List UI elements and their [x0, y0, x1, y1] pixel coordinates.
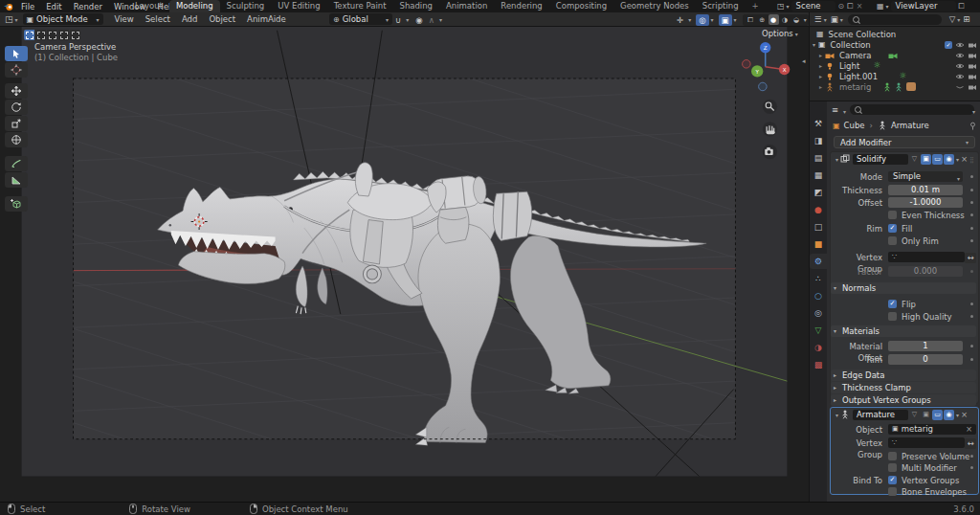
- extras-chevron[interactable]: ▾: [956, 156, 959, 163]
- action-icon[interactable]: [906, 82, 916, 91]
- menu-view[interactable]: View: [109, 14, 140, 24]
- normals-section-header[interactable]: ▾Normals: [831, 282, 976, 294]
- tab-object-data[interactable]: ▽: [810, 323, 827, 338]
- outliner-row-light[interactable]: ▸ Light ☼: [810, 60, 980, 71]
- select-set-icon[interactable]: [24, 30, 34, 40]
- pin-icon[interactable]: ⊙: [838, 2, 845, 11]
- tab-shading[interactable]: Shading: [392, 0, 439, 12]
- snap-magnet-icon[interactable]: ∪: [392, 14, 404, 26]
- viewport-canvas[interactable]: Z X Y: [0, 27, 809, 502]
- vertex-group-field[interactable]: ∵: [888, 252, 965, 262]
- light-data-icon[interactable]: ☼: [873, 61, 880, 70]
- sidebar-toggle-icon[interactable]: ◂: [802, 57, 806, 65]
- on-cage-toggle-icon[interactable]: ▽: [909, 154, 920, 165]
- modifier-name-field[interactable]: Solidify: [853, 154, 908, 165]
- outliner-filter-icon[interactable]: ▽: [949, 14, 956, 24]
- select-subtract-icon[interactable]: [47, 30, 57, 40]
- disclosure-icon[interactable]: ▸: [819, 83, 822, 90]
- vertex-groups-checkbox[interactable]: ✓: [888, 476, 897, 484]
- blender-logo-icon[interactable]: [4, 2, 13, 11]
- edge-data-section-header[interactable]: ▸Edge Data: [831, 369, 976, 381]
- scene-selector[interactable]: ◳▾ Scene ⊙ ⧠ ×: [777, 1, 862, 11]
- tab-modifiers[interactable]: ⚙: [810, 254, 827, 269]
- copy-scene-icon[interactable]: ⧠: [847, 2, 853, 11]
- add-modifier-button[interactable]: Add Modifier ▾: [834, 136, 975, 148]
- hide-eye-icon[interactable]: [955, 72, 965, 81]
- camera-data-icon[interactable]: [888, 51, 898, 60]
- menu-render[interactable]: Render: [68, 2, 108, 11]
- outliner-display-mode-icon[interactable]: ☰: [814, 14, 822, 24]
- collapse-icon[interactable]: ▾: [835, 156, 838, 163]
- clear-object-icon[interactable]: ×: [966, 424, 972, 435]
- realtime-toggle-icon[interactable]: ▭: [932, 410, 943, 420]
- thickness-slider[interactable]: 0.01 m: [888, 185, 963, 195]
- copy-view-layer-icon[interactable]: ⧠: [959, 2, 965, 11]
- hide-eye-icon[interactable]: [955, 61, 965, 71]
- tab-animation[interactable]: Animation: [439, 0, 494, 12]
- mode-dropdown[interactable]: Simple▾: [888, 171, 963, 182]
- delete-modifier-icon[interactable]: ×: [961, 154, 968, 164]
- armature-header[interactable]: ▾ Armature ▽ ▣ ▭ ◉ ▾ ×: [831, 408, 978, 421]
- tool-cursor[interactable]: [5, 62, 28, 78]
- rim-fill-checkbox[interactable]: ✓: [888, 224, 897, 233]
- hidden-eye-closed-icon[interactable]: [955, 82, 965, 92]
- high-quality-checkbox[interactable]: [888, 312, 897, 321]
- rim-material-slider[interactable]: 0: [888, 354, 963, 365]
- preserve-volume-checkbox[interactable]: [888, 452, 897, 460]
- vertex-group-field[interactable]: ∵: [888, 437, 965, 448]
- collapse-icon[interactable]: ▾: [835, 412, 838, 418]
- shading-rendered-icon[interactable]: ◒: [791, 14, 802, 25]
- disclosure-icon[interactable]: ▸: [819, 73, 822, 79]
- tab-tool[interactable]: ⚒: [810, 116, 827, 131]
- object-field[interactable]: ▣ metarig ×: [888, 424, 976, 435]
- menu-animaide[interactable]: AnimAide: [241, 14, 292, 24]
- offset-slider[interactable]: -1.0000: [888, 197, 963, 208]
- hide-eye-icon[interactable]: [955, 51, 965, 60]
- output-vertex-groups-section-header[interactable]: ▸Output Vertex Groups: [831, 394, 976, 406]
- outliner-filter-type-icon[interactable]: ▣: [831, 14, 838, 24]
- show-overlays-icon[interactable]: ◎: [696, 14, 708, 26]
- tool-measure[interactable]: [5, 172, 28, 188]
- tab-sculpting[interactable]: Sculpting: [220, 0, 272, 12]
- render-toggle-icon[interactable]: ◉: [944, 154, 954, 165]
- shading-xray-icon[interactable]: ⧠: [746, 14, 756, 25]
- invert-vertex-group-icon[interactable]: ↔: [965, 253, 976, 263]
- edit-mode-toggle-icon[interactable]: ▣: [921, 154, 931, 165]
- menu-edit[interactable]: Edit: [40, 2, 67, 11]
- tool-move[interactable]: [5, 83, 28, 99]
- outliner-row-light-001[interactable]: ▸ Light.001 ☼: [810, 71, 980, 81]
- modifier-name-field[interactable]: Armature: [853, 410, 908, 420]
- select-extend-icon[interactable]: [35, 30, 46, 40]
- shading-solid-icon[interactable]: ●: [768, 14, 779, 25]
- tab-collection[interactable]: □: [810, 219, 827, 235]
- outliner-search-input[interactable]: [848, 14, 942, 25]
- unlink-scene-icon[interactable]: ×: [857, 2, 863, 11]
- tab-material[interactable]: ◑: [810, 340, 827, 355]
- view-layer-selector[interactable]: ▦▾ ViewLayer ⧠: [877, 1, 965, 11]
- tab-constraints[interactable]: ◎: [810, 305, 827, 321]
- tool-annotate[interactable]: [5, 156, 28, 171]
- tab-physics[interactable]: ○: [810, 288, 827, 303]
- menu-file[interactable]: File: [15, 2, 40, 11]
- new-collection-icon[interactable]: ⊞: [963, 14, 969, 24]
- material-offset-slider[interactable]: 1: [888, 341, 963, 351]
- tab-output[interactable]: ▤: [810, 150, 827, 166]
- light-data-icon[interactable]: ☼: [899, 72, 906, 80]
- disclosure-icon[interactable]: ▸: [819, 52, 822, 58]
- tool-select-box[interactable]: [5, 46, 28, 61]
- factor-slider[interactable]: 0.000: [888, 266, 963, 277]
- add-workspace-button[interactable]: +: [746, 0, 766, 12]
- tool-scale[interactable]: [5, 116, 28, 131]
- outliner-row-collection[interactable]: ▾ ▣ Collection ✓: [810, 39, 980, 50]
- menu-add[interactable]: Add: [176, 14, 203, 24]
- tab-layout[interactable]: Layout: [128, 0, 169, 12]
- breadcrumb-object[interactable]: Cube: [844, 121, 865, 130]
- tab-particles[interactable]: ∴: [810, 271, 827, 286]
- solidify-header[interactable]: ▾ Solidify ▽ ▣ ▭ ◉ ▾ × ⣿: [831, 152, 978, 166]
- materials-section-header[interactable]: ▾Materials: [831, 325, 976, 337]
- axis-neg-x[interactable]: [743, 60, 751, 69]
- show-gizmo-icon[interactable]: ✛: [674, 14, 686, 26]
- hide-eye-icon[interactable]: [955, 40, 965, 50]
- drag-handle-icon[interactable]: ⣿: [969, 156, 973, 163]
- bone-envelopes-checkbox[interactable]: [888, 487, 897, 496]
